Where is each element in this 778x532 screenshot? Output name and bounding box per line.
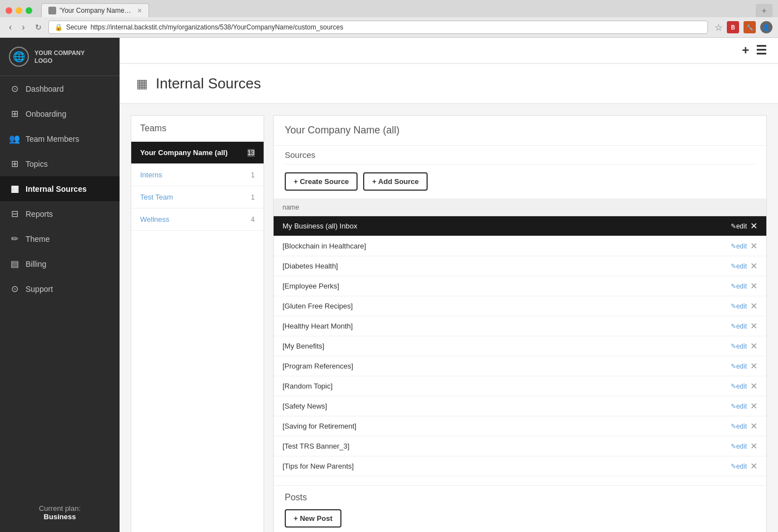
delete-source-btn[interactable]: ✕ <box>750 381 757 391</box>
delete-source-btn[interactable]: ✕ <box>750 261 757 271</box>
logo-text: YOUR COMPANY LOGO <box>34 49 85 65</box>
table-row[interactable]: [Healthy Heart Month] ✎edit ✕ <box>274 316 766 336</box>
url-text: https://internal.backstit.ch/my/organiza… <box>91 23 343 31</box>
browser-tab[interactable]: 'Your Company Name' - backs... × <box>41 3 149 17</box>
table-row[interactable]: [Diabetes Health] ✎edit ✕ <box>274 256 766 276</box>
tab-close-icon[interactable]: × <box>137 6 142 15</box>
delete-source-btn[interactable]: ✕ <box>750 281 757 291</box>
team-name: Your Company Name (all) <box>140 148 227 157</box>
billing-icon: ▤ <box>9 258 20 269</box>
table-row[interactable]: [Program References] ✎edit ✕ <box>274 356 766 376</box>
table-row[interactable]: [Safety News] ✎edit ✕ <box>274 396 766 416</box>
sidebar-label-dashboard: Dashboard <box>26 84 64 93</box>
onboarding-icon: ⊞ <box>9 108 20 119</box>
delete-source-btn[interactable]: ✕ <box>750 441 757 451</box>
table-row[interactable]: My Business (all) Inbox ✎edit ✕ <box>274 216 766 236</box>
table-row[interactable]: [Gluten Free Recipes] ✎edit ✕ <box>274 296 766 316</box>
secure-label: Secure <box>66 23 87 31</box>
source-row-actions: ✎edit ✕ <box>722 316 766 336</box>
source-name: [Diabetes Health] <box>274 256 722 276</box>
browser-chrome: 'Your Company Name' - backs... × + ‹ › ↻… <box>0 0 778 38</box>
refresh-btn[interactable]: ↻ <box>32 22 45 33</box>
sidebar-item-topics[interactable]: ⊞Topics <box>0 151 120 176</box>
menu-btn[interactable]: ☰ <box>756 43 767 58</box>
edit-source-btn[interactable]: ✎edit <box>731 402 747 410</box>
team-item[interactable]: Interns1 <box>131 164 264 186</box>
delete-source-btn[interactable]: ✕ <box>750 421 757 431</box>
dashboard-icon: ⊙ <box>9 83 20 94</box>
table-row[interactable]: [My Benefits] ✎edit ✕ <box>274 336 766 356</box>
reports-icon: ⊟ <box>9 208 20 219</box>
back-btn[interactable]: ‹ <box>6 21 15 33</box>
table-row[interactable]: [Tips for New Parents] ✎edit ✕ <box>274 456 766 476</box>
bookmark-btn[interactable]: ☆ <box>715 21 722 33</box>
main-content: ▦ Internal Sources Teams Your Company Na… <box>120 64 778 532</box>
source-name: [Random Topic] <box>274 376 722 396</box>
sidebar-item-reports[interactable]: ⊟Reports <box>0 201 120 226</box>
team-count: 4 <box>251 216 255 223</box>
edit-source-btn[interactable]: ✎edit <box>731 242 747 250</box>
sources-actions: + Create Source + Add Source <box>274 165 766 199</box>
forward-btn[interactable]: › <box>18 21 28 33</box>
page-header-icon: ▦ <box>136 77 148 91</box>
edit-source-btn[interactable]: ✎edit <box>731 422 747 430</box>
add-source-btn[interactable]: + Add Source <box>363 172 428 191</box>
sidebar-item-onboarding[interactable]: ⊞Onboarding <box>0 101 120 126</box>
source-name: [Tips for New Parents] <box>274 456 722 476</box>
add-btn[interactable]: + <box>742 43 749 58</box>
team-item[interactable]: Wellness4 <box>131 208 264 231</box>
delete-source-btn[interactable]: ✕ <box>750 241 757 251</box>
sidebar-item-billing[interactable]: ▤Billing <box>0 251 120 276</box>
table-row[interactable]: [Saving for Retirement] ✎edit ✕ <box>274 416 766 436</box>
sidebar-item-support[interactable]: ⊙Support <box>0 276 120 301</box>
source-name: [Blockchain in Healthcare] <box>274 236 722 256</box>
table-row[interactable]: [Test TRS Banner_3] ✎edit ✕ <box>274 436 766 456</box>
url-bar[interactable]: 🔒 Secure https://internal.backstit.ch/my… <box>48 21 708 34</box>
browser-close-btn[interactable] <box>6 7 12 14</box>
edit-source-btn[interactable]: ✎edit <box>731 463 747 470</box>
edit-source-btn[interactable]: ✎edit <box>731 262 747 270</box>
delete-source-btn[interactable]: ✕ <box>750 401 757 411</box>
browser-max-btn[interactable] <box>26 7 32 14</box>
browser-min-btn[interactable] <box>16 7 22 14</box>
edit-source-btn[interactable]: ✎edit <box>731 382 747 390</box>
team-item[interactable]: Your Company Name (all)13 <box>131 142 264 164</box>
delete-source-btn[interactable]: ✕ <box>750 341 757 351</box>
edit-source-btn[interactable]: ✎edit <box>731 322 747 330</box>
team-item[interactable]: Test Team1 <box>131 186 264 208</box>
new-tab-btn[interactable]: + <box>762 6 766 15</box>
edit-source-btn[interactable]: ✎edit <box>731 362 747 370</box>
edit-source-btn[interactable]: ✎edit <box>731 282 747 290</box>
edit-source-btn[interactable]: ✎edit <box>731 342 747 350</box>
lock-icon: 🔒 <box>54 23 63 31</box>
theme-icon: ✏ <box>9 233 20 244</box>
edit-source-btn[interactable]: ✎edit <box>731 302 747 310</box>
extension2-icon: 🔧 <box>744 21 756 33</box>
topics-icon: ⊞ <box>9 158 20 169</box>
sidebar-nav: ⊙Dashboard⊞Onboarding👥Team Members⊞Topic… <box>0 76 120 301</box>
source-name: [Safety News] <box>274 396 722 416</box>
user-avatar: 👤 <box>760 21 772 33</box>
sidebar-item-dashboard[interactable]: ⊙Dashboard <box>0 76 120 101</box>
team-name: Test Team <box>140 193 173 201</box>
new-post-btn[interactable]: + New Post <box>285 509 341 528</box>
sidebar-item-theme[interactable]: ✏Theme <box>0 226 120 251</box>
edit-source-btn[interactable]: ✎edit <box>731 442 747 450</box>
company-title: Your Company Name (all) <box>274 116 766 146</box>
sidebar-item-team-members[interactable]: 👥Team Members <box>0 126 120 151</box>
delete-source-btn[interactable]: ✕ <box>750 321 757 331</box>
create-source-btn[interactable]: + Create Source <box>285 172 358 191</box>
page-title: Internal Sources <box>156 75 261 92</box>
table-row[interactable]: [Blockchain in Healthcare] ✎edit ✕ <box>274 236 766 256</box>
delete-source-btn[interactable]: ✕ <box>750 361 757 371</box>
table-row[interactable]: [Random Topic] ✎edit ✕ <box>274 376 766 396</box>
edit-source-btn[interactable]: ✎edit <box>731 222 747 230</box>
delete-source-btn[interactable]: ✕ <box>750 461 757 471</box>
delete-source-btn[interactable]: ✕ <box>750 301 757 311</box>
sidebar-footer: Current plan: Business <box>0 493 120 532</box>
delete-source-btn[interactable]: ✕ <box>750 221 757 231</box>
sidebar-item-internal-sources[interactable]: ▦Internal Sources <box>0 176 120 201</box>
source-name: [Program References] <box>274 356 722 376</box>
table-row[interactable]: [Employee Perks] ✎edit ✕ <box>274 276 766 296</box>
teams-panel: Teams Your Company Name (all)13Interns1T… <box>131 115 264 532</box>
